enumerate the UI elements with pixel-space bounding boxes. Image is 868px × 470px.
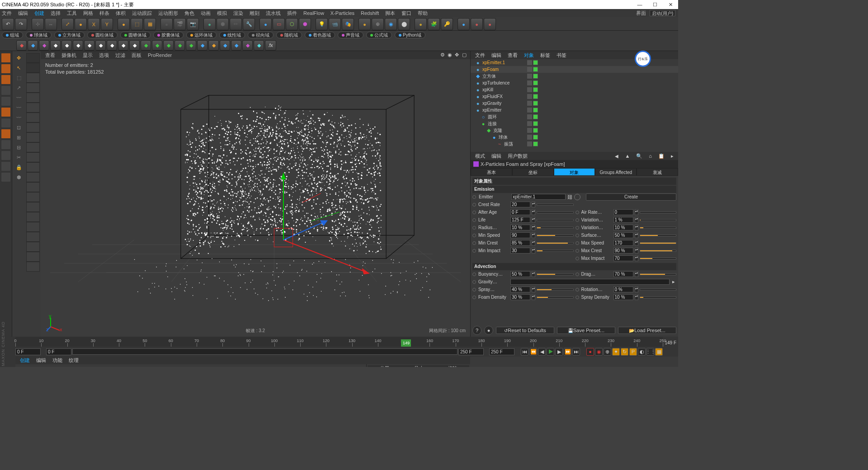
play-button[interactable] [547,348,554,356]
om-tab-文件[interactable]: 文件 [475,52,485,59]
field-tag-12[interactable]: 公式域 [366,32,392,38]
tool-8[interactable]: ⊞ [12,132,25,142]
attr-tab-对象[interactable]: 对象 [554,168,595,176]
tool-12[interactable]: ⬢ [12,172,25,182]
xp-btn-6[interactable]: ◆ [84,40,94,51]
field-Radius…[interactable] [510,225,530,230]
toolbar-btn-16[interactable]: ● [203,18,216,30]
om-item-xpTurbulence[interactable]: ●xpTurbulence [471,80,678,86]
attr-tab-坐标[interactable]: 坐标 [512,168,554,176]
vp-move-icon[interactable]: ✥ [455,52,461,58]
mode-btn-5[interactable] [1,107,11,117]
toolbar-btn-32[interactable]: ◉ [385,18,397,30]
save-preset-button[interactable]: 💾 Save Preset... [557,327,615,334]
xp-btn-13[interactable]: ◆ [163,40,174,51]
om-tab-标签[interactable]: 标签 [540,52,550,59]
vp-menu-ProRender[interactable]: ProRender [148,52,172,58]
xp-btn-4[interactable]: ◆ [61,40,72,51]
toolbar-btn-0[interactable]: ⊹ [32,18,44,30]
xp-btn-12[interactable]: ◆ [152,40,162,51]
field-Air Rate…[interactable] [613,209,633,215]
field-Buoyancy…[interactable] [510,271,530,277]
link-icon[interactable]: ⛓ [567,194,572,200]
redo-button[interactable]: ↷ [15,18,27,30]
prev-key-button[interactable]: ⏪ [529,348,537,356]
field-tag-2[interactable]: 立方体域 [54,32,85,38]
vp-menu-过滤[interactable]: 过滤 [115,52,125,59]
vp-menu-查看[interactable]: 查看 [45,52,55,59]
field-Rotation…[interactable] [613,287,633,292]
field-Foam Density[interactable] [510,294,530,300]
range-in-field[interactable] [46,348,71,355]
field-tag-11[interactable]: 声音域 [338,32,363,38]
xp-btn-2[interactable]: ◆ [39,40,49,51]
timeline-dots-button[interactable]: ⋮⋮ [646,348,654,356]
xp-btn-10[interactable]: ◆ [129,40,140,51]
field-tag-5[interactable]: 胶囊体域 [153,32,184,38]
autokey-button[interactable]: ◉ [595,348,603,356]
vp-menu-面板[interactable]: 面板 [132,52,142,59]
mode-btn-2[interactable] [1,75,11,85]
object-manager-list[interactable]: ●xpEmitter.1●xpFoam◆立方体●xpTurbulence●xpK… [471,59,678,152]
tool-6[interactable]: 〰 [12,113,25,122]
om-item-xpGravity[interactable]: ●xpGravity [471,100,678,107]
menu-运动图形[interactable]: 运动图形 [158,10,178,17]
toolbar-btn-41[interactable]: ● [484,18,496,30]
toolbar-btn-35[interactable]: ● [415,18,427,30]
mat-tab-功能[interactable]: 功能 [52,357,62,364]
palette-2[interactable] [26,73,40,83]
menu-窗口[interactable]: 窗口 [401,10,411,17]
xp-btn-9[interactable]: ◆ [118,40,128,51]
xp-btn-14[interactable]: ◆ [175,40,185,51]
mode-btn-4[interactable] [1,96,11,106]
palette-5[interactable] [26,103,40,113]
field-tag-7[interactable]: 线性域 [219,32,245,38]
xp-btn-1[interactable]: ◆ [28,40,38,51]
xp-btn-21[interactable]: ◆ [254,40,264,51]
toolbar-btn-22[interactable]: ▭ [273,18,285,30]
mat-tab-编辑[interactable]: 编辑 [36,357,46,364]
field-tag-13[interactable]: Python域 [395,32,425,38]
om-item-xpEmitter[interactable]: ●xpEmitter [471,107,678,113]
palette-13[interactable] [26,182,40,192]
field-Variation…[interactable] [613,217,633,223]
palette-1[interactable] [26,63,40,73]
range-out-field[interactable] [458,348,484,355]
tool-7[interactable]: ⊡ [12,122,25,132]
om-tab-编辑[interactable]: 编辑 [491,52,501,59]
mode-btn-10[interactable] [1,161,11,171]
menu-雕刻[interactable]: 雕刻 [250,10,259,17]
xp-btn-15[interactable]: ◆ [186,40,196,51]
field-Variation…[interactable] [613,225,633,230]
tool-0[interactable]: ✥ [12,53,25,63]
toolbar-btn-8[interactable]: ● [118,18,130,30]
menu-动画[interactable]: 动画 [201,10,211,17]
toolbar-btn-13[interactable]: 🎬 [174,18,186,30]
toolbar-btn-23[interactable]: ⬡ [286,18,298,30]
mode-btn-1[interactable] [1,64,11,74]
playhead[interactable]: 149 [401,339,411,347]
om-item-球体[interactable]: ●球体 [471,134,678,141]
mat-tab-创建[interactable]: 创建 [20,357,30,364]
timeline-ruler[interactable]: 149 F 0102030405060708090100110120130140… [15,337,663,347]
xp-fx-button[interactable]: .fx [265,40,276,51]
field-tag-9[interactable]: 随机域 [276,32,302,38]
next-key-button[interactable]: ⏩ [564,348,571,356]
goto-start-button[interactable]: ⏮ [521,348,528,356]
record-button[interactable]: ● [586,348,594,356]
tool-4[interactable]: 〰 [12,93,25,103]
om-item-圆环[interactable]: ○圆环 [471,113,678,120]
vp-config-icon[interactable]: ⚙ [440,52,447,58]
tool-3[interactable]: ↗ [12,83,25,93]
key-scale-button[interactable]: ✦ [612,348,620,356]
toolbar-btn-19[interactable]: 🔧 [243,18,255,30]
xp-btn-0[interactable]: ◆ [16,40,27,51]
field-tag-0[interactable]: 组域 [2,32,23,38]
menu-模拟[interactable]: 模拟 [217,10,227,17]
timeline-grid-button[interactable]: ▦ [655,348,663,356]
tool-2[interactable]: ⬚ [12,73,25,83]
toolbar-btn-33[interactable]: ⬤ [398,18,410,30]
load-preset-button[interactable]: 📂 Load Preset... [618,327,676,334]
toolbar-btn-21[interactable]: ● [259,18,272,30]
tool-10[interactable]: ✂ [12,152,25,162]
